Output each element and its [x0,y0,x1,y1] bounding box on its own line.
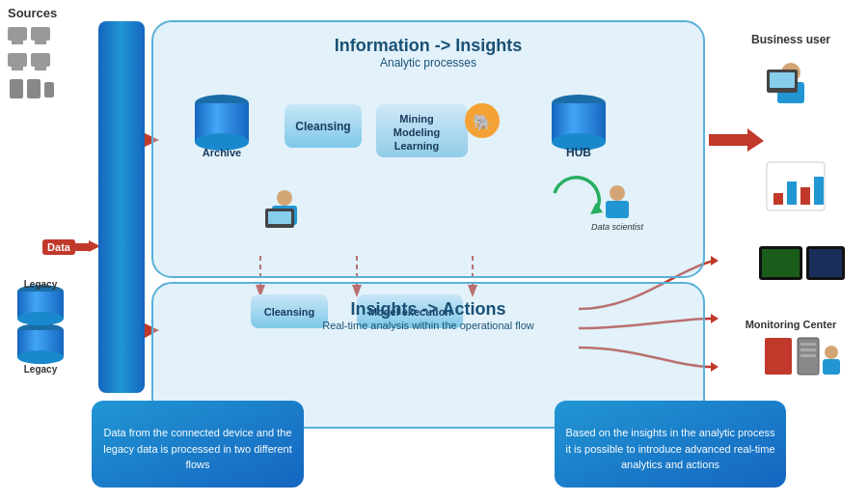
svg-point-55 [17,323,64,337]
svg-rect-45 [272,206,297,225]
svg-marker-6 [145,133,159,147]
svg-rect-86 [8,27,27,41]
svg-text:Cleansing: Cleansing [295,120,350,133]
svg-point-59 [17,285,64,298]
svg-point-39 [552,95,606,112]
svg-rect-79 [798,338,819,375]
svg-rect-80 [800,343,816,346]
svg-rect-40 [552,103,606,142]
diagram-container: Data Data Data [0,0,868,502]
svg-rect-91 [12,67,23,70]
svg-rect-69 [773,193,783,205]
svg-rect-71 [800,187,810,205]
svg-point-48 [610,185,625,201]
svg-rect-19 [42,239,75,255]
svg-text:Data: Data [109,127,133,139]
svg-marker-3 [352,285,362,297]
svg-rect-70 [787,181,797,205]
svg-text:Learning: Learning [394,140,439,152]
svg-text:Connectivity using Cloud Thech: Connectivity using Cloud Thechnology [310,108,321,306]
svg-text:Mining: Mining [399,113,433,125]
svg-rect-81 [800,349,816,351]
svg-rect-75 [806,246,845,280]
svg-rect-73 [759,246,802,280]
svg-marker-1 [256,285,265,297]
svg-point-57 [17,350,64,364]
svg-rect-78 [765,338,792,375]
svg-rect-87 [12,41,23,44]
svg-rect-82 [800,354,816,357]
svg-text:Business user: Business user [751,33,830,46]
svg-rect-92 [31,53,50,67]
svg-rect-21 [75,243,89,251]
svg-text:Archive: Archive [203,147,241,158]
svg-marker-18 [711,362,719,372]
svg-rect-95 [27,79,41,98]
svg-rect-47 [268,211,291,224]
svg-rect-23 [98,21,145,393]
svg-rect-60 [17,292,64,319]
svg-text:Data scientist: Data scientist [591,222,644,232]
svg-text:Data: Data [47,241,71,253]
svg-rect-49 [606,201,629,218]
svg-rect-12 [104,312,137,327]
svg-marker-22 [89,240,100,252]
svg-text:Sources: Sources [8,6,57,20]
svg-point-64 [781,63,800,82]
svg-rect-31 [285,104,362,148]
svg-rect-89 [35,41,46,44]
svg-point-27 [195,95,249,112]
svg-rect-74 [762,249,800,277]
svg-rect-56 [17,330,64,357]
svg-rect-90 [8,53,27,67]
lower-box-title: Insights -> Actions Real-time analysis w… [152,299,704,331]
svg-marker-16 [711,256,719,265]
svg-rect-88 [31,27,50,41]
svg-marker-43 [590,203,603,214]
svg-rect-84 [823,359,840,375]
svg-rect-94 [10,79,23,98]
svg-rect-33 [376,104,468,157]
svg-text:Data: Data [109,314,133,325]
svg-marker-17 [711,314,719,323]
svg-rect-10 [104,126,137,141]
svg-rect-93 [35,67,46,70]
svg-rect-14 [709,134,747,146]
svg-marker-15 [747,128,764,152]
svg-point-29 [195,133,249,151]
svg-rect-28 [195,103,249,142]
svg-rect-72 [814,177,824,205]
svg-rect-9 [101,324,145,336]
svg-rect-7 [101,134,145,146]
svg-text:🐘: 🐘 [473,113,492,131]
svg-point-41 [552,133,606,151]
svg-point-37 [465,103,500,138]
svg-rect-65 [777,82,804,103]
bottom-text-left: Data from the connected device and the l… [92,405,304,492]
svg-rect-67 [770,72,795,88]
svg-point-83 [825,346,838,359]
svg-text:Legacy: Legacy [24,279,58,290]
svg-rect-68 [767,162,825,210]
svg-text:HUB: HUB [566,146,591,159]
svg-rect-66 [767,70,798,93]
svg-marker-5 [468,285,477,297]
svg-rect-96 [44,82,54,98]
svg-text:Modeling: Modeling [393,126,440,138]
svg-text:Legacy: Legacy [24,364,58,375]
svg-text:Monitoring Center: Monitoring Center [746,319,837,330]
svg-rect-46 [265,209,294,228]
bottom-text-right: Based on the insights in the analytic pr… [555,405,786,492]
upper-box-title: Information -> Insights Analytic process… [152,31,704,70]
svg-point-44 [277,190,292,206]
svg-rect-76 [809,249,842,277]
svg-point-61 [17,312,64,325]
